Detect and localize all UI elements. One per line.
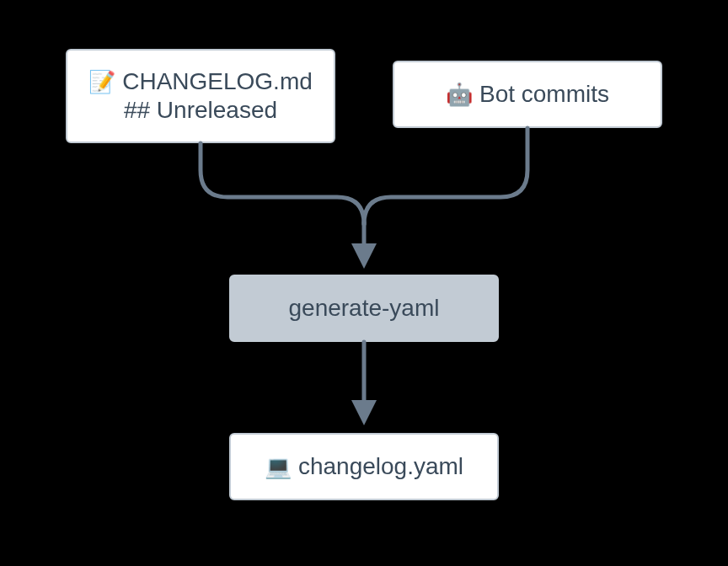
laptop-icon: 💻	[265, 456, 292, 478]
node-changelog-yaml: 💻 changelog.yaml	[229, 433, 499, 500]
changelog-yaml-title: changelog.yaml	[298, 453, 463, 480]
node-changelog-yaml-line1: 💻 changelog.yaml	[265, 453, 463, 480]
